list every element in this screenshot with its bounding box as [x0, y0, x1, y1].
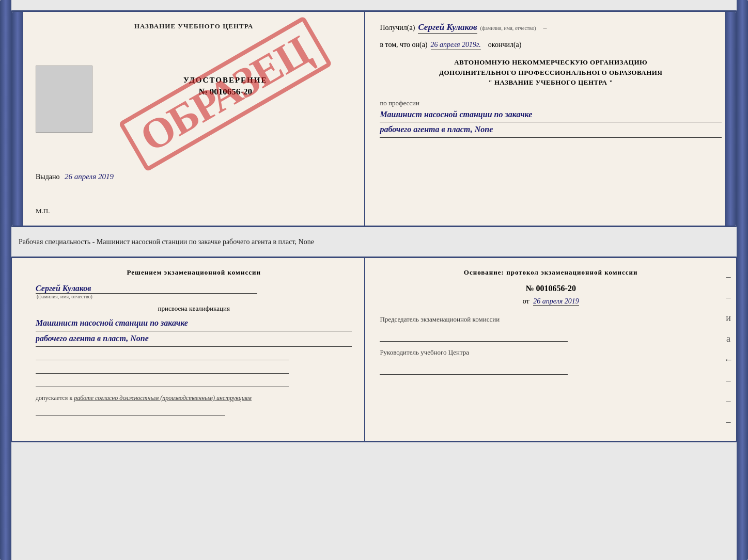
specialty-text: Рабочая специальность - Машинист насосно…: [19, 236, 729, 247]
name-hint-bottom: (фамилия, имя, отчество): [37, 294, 352, 299]
issued-label: Выдано: [36, 173, 60, 181]
blank-line-bottom: [36, 405, 225, 415]
chair-sig-line: [380, 332, 568, 342]
blank-line-3: [36, 377, 289, 387]
head-sig-line: [380, 365, 568, 375]
basis-title: Основание: протокол экзаменационной коми…: [380, 268, 722, 277]
allowed-work-value: работе согласно должностным (производств…: [74, 394, 252, 402]
date-line: в том, что он(а) 26 апреля 2019г. окончи…: [380, 41, 722, 50]
protocol-date: от 26 апреля 2019: [380, 297, 722, 306]
spine-right: [725, 12, 736, 226]
issued-line: Выдано 26 апреля 2019: [36, 172, 352, 181]
date-value: 26 апреля 2019г.: [431, 41, 481, 50]
page-wrapper: НАЗВАНИЕ УЧЕБНОГО ЦЕНТРА ОБРАЗЕЦ УДОСТОВ…: [10, 10, 738, 442]
cert-label: УДОСТОВЕРЕНИЕ: [99, 76, 352, 85]
qualification1: Машинист насосной станции по закачке: [36, 316, 352, 331]
profession-label: по профессии: [380, 99, 722, 107]
from-label: от: [523, 297, 529, 305]
date-label: в том, что он(а): [380, 41, 427, 49]
dash1: –: [543, 24, 547, 32]
org-line1: АВТОНОМНУЮ НЕКОММЕРЧЕСКУЮ ОРГАНИЗАЦИЮ: [380, 57, 722, 68]
top-document: НАЗВАНИЕ УЧЕБНОГО ЦЕНТРА ОБРАЗЕЦ УДОСТОВ…: [10, 10, 738, 227]
allowed-label: допускается к: [36, 394, 72, 402]
top-right-panel: Получил(а) Сергей Кулаков (фамилия, имя,…: [365, 12, 736, 226]
profession-value1: Машинист насосной станции по закачке: [380, 107, 722, 123]
head-block: Руководитель учебного Центра: [380, 348, 722, 375]
assigned-label: присвоена квалификация: [36, 305, 352, 313]
bottom-spine-left: [0, 0, 11, 560]
finished-label: окончил(а): [488, 41, 522, 49]
top-left-panel: НАЗВАНИЕ УЧЕБНОГО ЦЕНТРА ОБРАЗЕЦ УДОСТОВ…: [23, 12, 365, 226]
allowed-work: допускается к работе согласно должностны…: [36, 394, 352, 402]
blank-line-2: [36, 363, 289, 374]
recipient-hint: (фамилия, имя, отчество): [480, 25, 536, 31]
spine-left: [12, 12, 23, 226]
bottom-spine-right: [737, 0, 748, 560]
commission-title: Решением экзаменационной комиссии: [36, 268, 352, 277]
recipient-label: Получил(а): [380, 24, 415, 32]
bottom-document: Решением экзаменационной комиссии Сергей…: [10, 257, 738, 442]
photo-placeholder: [36, 66, 92, 133]
recipient-name: Сергей Кулаков: [418, 22, 477, 34]
school-name-top: НАЗВАНИЕ УЧЕБНОГО ЦЕНТРА: [36, 22, 352, 30]
bottom-right-panel: Основание: протокол экзаменационной коми…: [365, 258, 736, 441]
blank-line-1: [36, 350, 289, 360]
org-block: АВТОНОМНУЮ НЕКОММЕРЧЕСКУЮ ОРГАНИЗАЦИЮ ДО…: [380, 57, 722, 88]
chair-title: Председатель экзаменационной комиссии: [380, 315, 722, 324]
profession-value2: рабочего агента в пласт, None: [380, 122, 722, 138]
protocol-number: № 0010656-20: [380, 284, 722, 293]
issued-date: 26 апреля 2019: [65, 172, 114, 181]
head-title: Руководитель учебного Центра: [380, 348, 722, 357]
protocol-date-value: 26 апреля 2019: [533, 297, 579, 306]
recipient-line: Получил(а) Сергей Кулаков (фамилия, имя,…: [380, 22, 722, 34]
person-name-bottom: Сергей Кулаков: [36, 284, 257, 294]
org-line3: " НАЗВАНИЕ УЧЕБНОГО ЦЕНТРА ": [380, 77, 722, 88]
org-line2: ДОПОЛНИТЕЛЬНОГО ПРОФЕССИОНАЛЬНОГО ОБРАЗО…: [380, 68, 722, 78]
mp-label: М.П.: [36, 207, 352, 215]
bottom-left-panel: Решением экзаменационной комиссии Сергей…: [23, 258, 365, 441]
chair-block: Председатель экзаменационной комиссии: [380, 315, 722, 342]
cert-number: № 0010656-20: [99, 87, 352, 97]
bottom-right-dashes: ––иа←–––: [724, 258, 733, 441]
qualification2: рабочего агента в пласт, None: [36, 331, 352, 347]
